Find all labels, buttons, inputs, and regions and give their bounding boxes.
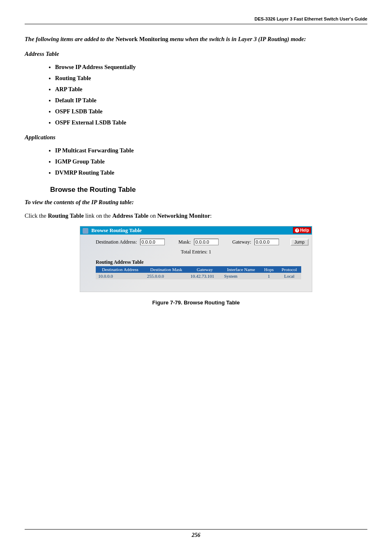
section-address-table: Address Table — [25, 51, 367, 58]
td-dest-addr: 10.0.0.0 — [96, 273, 145, 279]
list-item: Browse IP Address Sequentially — [55, 62, 367, 73]
td-interface: System — [221, 273, 260, 279]
list-item: IGMP Group Table — [55, 156, 367, 167]
click-mid1: link on the — [84, 212, 112, 219]
td-protocol: Local — [277, 273, 301, 279]
td-gateway: 10.42.73.101 — [188, 273, 221, 279]
intro-netmon: Network Monitoring — [115, 36, 168, 42]
section-applications: Applications — [25, 134, 367, 141]
total-entries: Total Entries: 1 — [83, 249, 309, 255]
to-view-instruction: To view the contents of the IP Routing t… — [25, 199, 367, 206]
intro-post: menu when the switch is in Layer 3 (IP R… — [168, 36, 306, 42]
click-post: : — [210, 212, 212, 219]
filter-row: Destination Address: Mask: Gateway: Jump — [96, 239, 309, 246]
list-item: Routing Table — [55, 73, 367, 84]
th-dest-addr: Destination Address — [96, 266, 145, 273]
page-footer: 256 — [25, 529, 367, 539]
intro-paragraph: The following items are added to the Net… — [25, 35, 367, 44]
subheading-browse-routing: Browse the Routing Table — [50, 186, 367, 194]
th-protocol: Protocol — [277, 266, 301, 273]
click-b3: Networking Monitor — [157, 212, 210, 219]
click-pre: Click the — [25, 212, 48, 219]
list-item: OSPF LSDB Table — [55, 106, 367, 117]
click-instruction: Click the Routing Table link on the Addr… — [25, 212, 367, 219]
th-gateway: Gateway — [188, 266, 221, 273]
gateway-input[interactable] — [254, 239, 279, 245]
address-table-list: Browse IP Address Sequentially Routing T… — [25, 62, 367, 128]
jump-button[interactable]: Jump — [291, 239, 309, 246]
table-row: 10.0.0.0 255.0.0.0 10.42.73.101 System 1… — [96, 273, 301, 279]
dest-addr-label: Destination Address: — [96, 239, 137, 245]
td-dest-mask: 255.0.0.0 — [145, 273, 188, 279]
td-hops: 1 — [261, 273, 277, 279]
page-number: 256 — [192, 532, 201, 538]
click-b2: Address Table — [112, 212, 148, 219]
th-hops: Hops — [261, 266, 277, 273]
help-button[interactable]: ? Help — [293, 227, 311, 233]
list-item: IP Multicast Forwarding Table — [55, 145, 367, 156]
page-header: DES-3326 Layer 3 Fast Ethernet Switch Us… — [25, 16, 367, 24]
panel-titlebar: Browse Routing Table ? Help — [80, 226, 312, 235]
intro-pre: The following items are added to the — [25, 36, 115, 42]
dest-addr-input[interactable] — [140, 239, 165, 245]
help-label: Help — [300, 228, 309, 233]
mask-label: Mask: — [178, 239, 191, 245]
th-dest-mask: Destination Mask — [145, 266, 188, 273]
applications-list: IP Multicast Forwarding Table IGMP Group… — [25, 145, 367, 178]
routing-address-table: Destination Address Destination Mask Gat… — [96, 266, 301, 279]
gear-icon — [83, 228, 88, 234]
mask-input[interactable] — [194, 239, 219, 245]
click-b1: Routing Table — [48, 212, 83, 219]
table-header-row: Destination Address Destination Mask Gat… — [96, 266, 301, 273]
panel-body: Destination Address: Mask: Gateway: Jump… — [80, 235, 312, 292]
panel-title-text: Browse Routing Table — [91, 227, 142, 233]
question-icon: ? — [295, 228, 299, 233]
figure-caption: Figure 7-79. Browse Routing Table — [25, 299, 367, 306]
routing-address-table-title: Routing Address Table — [96, 259, 309, 265]
gateway-label: Gateway: — [232, 239, 251, 245]
list-item: OSPF External LSDB Table — [55, 117, 367, 128]
click-mid2: on — [148, 212, 157, 219]
th-interface: Interface Name — [221, 266, 260, 273]
list-item: DVMRP Routing Table — [55, 167, 367, 178]
list-item: Default IP Table — [55, 95, 367, 106]
list-item: ARP Table — [55, 84, 367, 95]
browse-routing-table-panel: Browse Routing Table ? Help Destination … — [80, 226, 312, 292]
